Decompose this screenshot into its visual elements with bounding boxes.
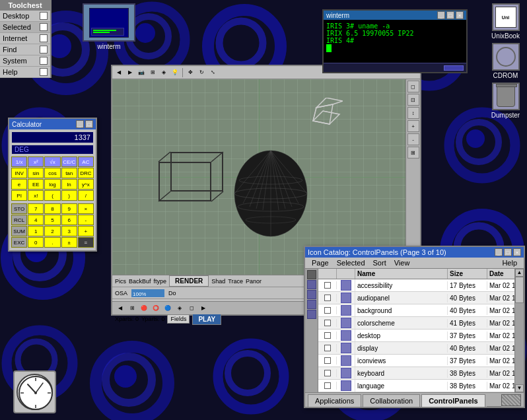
sidebar-item-desktop[interactable]: Desktop — [0, 11, 50, 22]
catalog-strip-btn-5[interactable] — [307, 310, 316, 319]
catalog-menu-help[interactable]: Help — [498, 258, 521, 267]
catalog-close-btn[interactable]: × — [513, 248, 521, 256]
catalog-strip-btn-3[interactable] — [307, 290, 316, 299]
sidebar-item-internet[interactable]: Internet — [0, 33, 50, 44]
mini-tb-icon-8[interactable]: ▶ — [198, 303, 209, 314]
catalog-scrollbar[interactable]: ▲ ▼ — [514, 269, 524, 392]
calc-btn-cec[interactable]: CE/C — [61, 157, 77, 167]
vs-btn-6[interactable]: ⊞ — [407, 147, 419, 158]
sidebar-item-system[interactable]: System — [0, 55, 50, 67]
toolbar-icon-scale[interactable]: ⤡ — [207, 67, 218, 78]
toolbar-icon-2[interactable]: ▶ — [125, 67, 135, 78]
fields-button[interactable]: Fields — [167, 314, 190, 324]
calc-btn-ee[interactable]: EE — [28, 179, 44, 190]
catalog-minimize-btn[interactable]: _ — [495, 248, 503, 256]
calc-btn-cos[interactable]: cos — [44, 168, 60, 178]
catalog-maximize-btn[interactable]: □ — [504, 248, 512, 256]
winterm-icon[interactable] — [83, 3, 135, 42]
tab-applications[interactable]: Applications — [308, 394, 361, 407]
calc-btn-inv[interactable]: INV — [11, 168, 27, 178]
calc-btn-dot[interactable]: . — [44, 237, 60, 248]
calc-btn-plusminus[interactable]: ± — [61, 237, 77, 248]
desktop-icon-unixbook[interactable]: Uni UnixBook — [487, 3, 524, 40]
vs-btn-3[interactable]: ↕ — [407, 107, 419, 119]
sidebar-item-help[interactable]: Help — [0, 67, 50, 78]
calc-btn-xfact[interactable]: x! — [28, 190, 44, 201]
terminal-minimize-btn[interactable]: _ — [437, 11, 445, 19]
desktop-icon-cdrom[interactable]: CDROM — [487, 43, 524, 79]
calc-btn-yx[interactable]: y^x — [78, 179, 94, 190]
desktop-icon-dumpster[interactable]: Dumpster — [487, 83, 524, 119]
find-checkbox[interactable] — [40, 46, 48, 53]
catalog-menu-selected[interactable]: Selected — [333, 258, 369, 267]
table-row[interactable]: iconviews 37 Bytes Mar 02 12:12 1990 rwx… — [318, 355, 514, 367]
table-row[interactable]: display 40 Bytes Mar 02 12:12 1990 rwxr- — [318, 342, 514, 355]
toolbar-icon-move[interactable]: ✥ — [185, 67, 195, 78]
calc-btn-8[interactable]: 8 — [44, 203, 60, 214]
system-checkbox[interactable] — [40, 57, 48, 65]
table-row[interactable]: desktop 37 Bytes Mar 02 12:12 1990 rwxr- — [318, 330, 514, 342]
table-row[interactable]: accessibility 17 Bytes Mar 02 12:11 1990… — [318, 279, 514, 292]
terminal-maximize-btn[interactable]: □ — [446, 11, 454, 19]
selected-checkbox[interactable] — [40, 23, 48, 31]
table-row[interactable]: colorscheme 41 Bytes Mar 02 12:12 1990 r… — [318, 317, 514, 330]
terminal-close-btn[interactable]: × — [456, 11, 464, 19]
calc-btn-3[interactable]: 3 — [61, 226, 77, 236]
toolbar-icon-grid[interactable]: ⊞ — [147, 67, 158, 78]
toolbar-icon-rotate[interactable]: ↻ — [196, 67, 207, 78]
calc-btn-sin[interactable]: sin — [28, 168, 44, 178]
calc-maximize-btn[interactable]: □ — [85, 120, 93, 128]
terminal-scroll-thumb[interactable] — [444, 65, 464, 71]
calc-btn-log[interactable]: log — [44, 179, 60, 190]
sidebar-item-find[interactable]: Find — [0, 44, 50, 55]
table-row[interactable]: language 38 Bytes Mar 02 12:12 1990 rwxr… — [318, 380, 514, 392]
toolbar-icon-1[interactable]: ◀ — [114, 67, 124, 78]
calc-btn-5[interactable]: 5 — [44, 215, 60, 225]
vs-btn-1[interactable]: ◻ — [407, 81, 419, 92]
render-button[interactable]: RENDER — [169, 275, 209, 287]
calc-btn-rparen[interactable]: ) — [61, 190, 77, 201]
calc-btn-equals[interactable]: = — [78, 237, 94, 248]
catalog-menu-view[interactable]: View — [390, 258, 414, 267]
play-button[interactable]: PLAY — [192, 314, 221, 325]
table-row[interactable]: background 40 Bytes Mar 02 12:12 1990 rw… — [318, 304, 514, 317]
toolbar-icon-render[interactable]: ◈ — [158, 67, 169, 78]
mini-tb-icon-4[interactable]: ⭕ — [151, 303, 161, 314]
mini-tb-icon-6[interactable]: ◈ — [174, 303, 185, 314]
toolbar-icon-cam[interactable]: 📷 — [136, 67, 147, 78]
calc-btn-4[interactable]: 4 — [28, 215, 44, 225]
scroll-down-btn[interactable]: ▼ — [515, 384, 524, 392]
catalog-strip-btn-4[interactable] — [307, 300, 316, 309]
catalog-strip-btn-1[interactable] — [307, 270, 316, 279]
calc-btn-lparen[interactable]: ( — [44, 190, 60, 201]
calc-btn-exc[interactable]: EXC — [11, 237, 27, 248]
calc-btn-ac[interactable]: AC — [78, 157, 94, 167]
calc-btn-6[interactable]: 6 — [61, 215, 77, 225]
mini-tb-icon-3[interactable]: 🔴 — [139, 303, 149, 314]
catalog-menu-sort[interactable]: Sort — [369, 258, 390, 267]
tab-collaboration[interactable]: Collaboration — [363, 394, 420, 407]
catalog-menu-page[interactable]: Page — [308, 258, 333, 267]
calc-btn-1[interactable]: 1 — [28, 226, 44, 236]
calc-btn-rcl[interactable]: RCL — [11, 215, 27, 225]
sidebar-item-selected[interactable]: Selected — [0, 22, 50, 33]
table-row[interactable]: audiopanel 40 Bytes Mar 02 12:12 1990 rw… — [318, 292, 514, 304]
calc-btn-tan[interactable]: tan — [61, 168, 77, 178]
calc-btn-ln[interactable]: ln — [61, 179, 77, 190]
calc-btn-div[interactable]: / — [78, 190, 94, 201]
mini-tb-icon-1[interactable]: ◀ — [115, 303, 125, 314]
calc-btn-sum[interactable]: SUM — [11, 226, 27, 236]
catalog-strip-btn-2[interactable] — [307, 280, 316, 289]
vs-btn-2[interactable]: ⊡ — [407, 94, 419, 106]
calc-minimize-btn[interactable]: _ — [76, 120, 84, 128]
toolbar-icon-light[interactable]: 💡 — [170, 67, 180, 78]
scroll-thumb[interactable] — [515, 277, 524, 303]
calc-btn-inv-x[interactable]: 1/x — [11, 157, 27, 167]
calc-btn-minus[interactable]: - — [78, 215, 94, 225]
calc-btn-sqrt[interactable]: √x — [44, 157, 60, 167]
vs-btn-4[interactable]: + — [407, 120, 419, 132]
help-checkbox[interactable] — [40, 68, 48, 76]
internet-checkbox[interactable] — [40, 34, 48, 42]
calc-btn-x2[interactable]: x² — [28, 157, 44, 167]
calc-btn-pi[interactable]: PI — [11, 190, 27, 201]
